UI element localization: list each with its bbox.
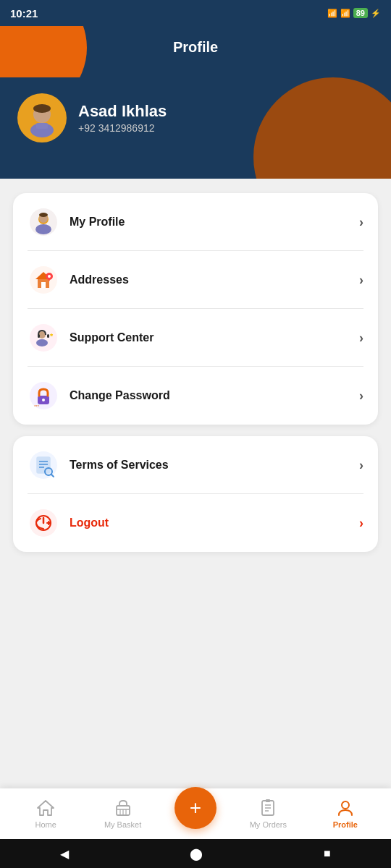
svg-rect-20 bbox=[38, 334, 40, 338]
svg-rect-28 bbox=[37, 457, 50, 473]
support-chevron: › bbox=[359, 331, 363, 346]
home-label: Home bbox=[35, 820, 56, 829]
menu-item-logout[interactable]: Logout › bbox=[13, 494, 378, 552]
nav-orders[interactable]: My Orders bbox=[243, 799, 293, 829]
secondary-menu-card: Terms of Services › Logout › bbox=[13, 436, 378, 552]
nav-home[interactable]: Home bbox=[20, 799, 71, 829]
menu-item-addresses[interactable]: Addresses › bbox=[13, 251, 378, 309]
status-bar: 10:21 📶 📶 89 ⚡ bbox=[0, 0, 391, 26]
status-time: 10:21 bbox=[10, 7, 38, 20]
menu-item-support[interactable]: Support Center › bbox=[13, 309, 378, 367]
svg-rect-21 bbox=[47, 334, 49, 338]
user-details: Asad Ikhlas +92 3412986912 bbox=[78, 102, 167, 134]
orders-icon bbox=[258, 799, 277, 817]
content-area: My Profile › Addresses › bbox=[0, 179, 391, 552]
recents-button[interactable]: ■ bbox=[324, 847, 331, 860]
menu-item-terms[interactable]: Terms of Services › bbox=[13, 436, 378, 494]
terms-label: Terms of Services bbox=[70, 459, 359, 472]
user-info-section: Asad Ikhlas +92 3412986912 bbox=[0, 77, 391, 179]
svg-point-9 bbox=[39, 213, 48, 217]
menu-item-my-profile[interactable]: My Profile › bbox=[13, 193, 378, 251]
fab-button[interactable]: + bbox=[175, 787, 216, 829]
svg-rect-4 bbox=[36, 123, 48, 129]
change-password-icon: *** bbox=[28, 380, 59, 412]
change-password-chevron: › bbox=[359, 388, 363, 404]
svg-point-3 bbox=[33, 104, 51, 113]
support-icon bbox=[28, 322, 59, 354]
home-button[interactable]: ⬤ bbox=[190, 847, 203, 861]
my-profile-label: My Profile bbox=[70, 216, 359, 229]
terms-icon bbox=[28, 449, 59, 481]
status-icons: 📶 📶 89 ⚡ bbox=[327, 8, 381, 18]
fab-icon: + bbox=[190, 798, 201, 818]
charging-icon: ⚡ bbox=[371, 9, 381, 18]
my-profile-chevron: › bbox=[359, 215, 363, 230]
back-button[interactable]: ◀ bbox=[60, 847, 69, 861]
home-icon bbox=[36, 799, 55, 817]
my-profile-icon bbox=[28, 206, 59, 238]
main-menu-card: My Profile › Addresses › bbox=[13, 193, 378, 425]
network-icon: 📶 bbox=[327, 9, 337, 18]
profile-nav-label: Profile bbox=[333, 820, 358, 829]
page-title: Profile bbox=[0, 39, 391, 56]
logout-label: Logout bbox=[70, 516, 359, 529]
battery-indicator: 89 bbox=[353, 8, 368, 18]
svg-text:***: *** bbox=[34, 404, 40, 409]
svg-rect-13 bbox=[41, 282, 46, 288]
svg-point-47 bbox=[342, 801, 349, 809]
header: Profile bbox=[0, 26, 391, 77]
svg-rect-46 bbox=[266, 799, 270, 802]
orders-label: My Orders bbox=[250, 820, 287, 829]
support-label: Support Center bbox=[70, 331, 359, 344]
system-nav-bar: ◀ ⬤ ■ bbox=[0, 839, 391, 868]
logout-chevron: › bbox=[359, 516, 363, 531]
addresses-label: Addresses bbox=[70, 273, 359, 286]
addresses-icon bbox=[28, 264, 59, 296]
profile-nav-icon bbox=[336, 799, 355, 817]
nav-profile[interactable]: Profile bbox=[320, 799, 371, 829]
svg-point-16 bbox=[48, 275, 51, 278]
nav-basket[interactable]: My Basket bbox=[98, 799, 148, 829]
addresses-chevron: › bbox=[359, 273, 363, 288]
menu-item-change-password[interactable]: *** Change Password › bbox=[13, 367, 378, 425]
user-phone: +92 3412986912 bbox=[78, 122, 167, 134]
signal-icon: 📶 bbox=[340, 9, 350, 18]
svg-point-7 bbox=[35, 224, 51, 234]
avatar bbox=[17, 93, 67, 142]
avatar-svg bbox=[21, 97, 63, 139]
svg-point-19 bbox=[36, 339, 48, 346]
change-password-label: Change Password bbox=[70, 389, 359, 402]
terms-chevron: › bbox=[359, 458, 363, 473]
bottom-nav: Home My Basket + My Orders Profile bbox=[0, 788, 391, 839]
logout-icon bbox=[28, 507, 59, 539]
basket-label: My Basket bbox=[104, 820, 141, 829]
user-name: Asad Ikhlas bbox=[78, 102, 167, 121]
svg-point-25 bbox=[42, 399, 45, 401]
basket-icon bbox=[114, 799, 133, 817]
svg-marker-36 bbox=[38, 801, 54, 815]
user-info-circle bbox=[253, 77, 391, 179]
